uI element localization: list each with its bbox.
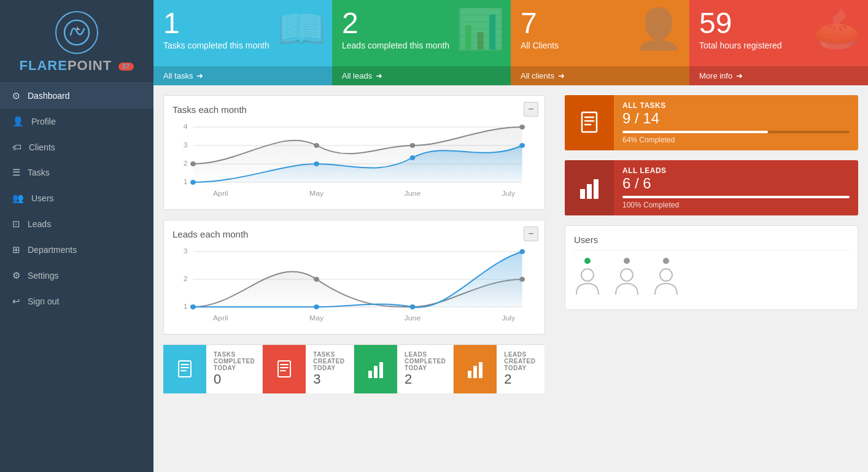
mini-card-label: TASKS CREATED TODAY	[313, 351, 346, 371]
sidebar-item-profile[interactable]: 👤 Profile	[0, 109, 153, 134]
svg-text:3: 3	[184, 247, 188, 255]
mini-card-tasks-created: TASKS CREATED TODAY 3	[263, 345, 354, 393]
leads-chart-collapse[interactable]: −	[524, 226, 538, 241]
svg-text:July: July	[502, 314, 515, 322]
arrow-right-icon: ➜	[376, 71, 382, 80]
svg-text:July: July	[502, 190, 515, 197]
leads-chart-title: Leads each month	[172, 229, 536, 239]
sidebar-item-signout[interactable]: ↩ Sign out	[0, 288, 153, 314]
user-avatar-3	[653, 258, 680, 301]
svg-point-35	[190, 304, 196, 309]
mini-card-value: 0	[214, 371, 255, 387]
logo-icon	[55, 11, 98, 54]
svg-point-15	[409, 143, 415, 148]
stat-footer-clients[interactable]: All clients ➜	[511, 66, 689, 85]
mini-card-tasks-completed: TASKS COMPLETED TODAY 0	[163, 345, 263, 393]
user-figure-icon	[613, 266, 640, 301]
svg-text:2: 2	[184, 275, 188, 282]
svg-point-17	[190, 180, 196, 185]
sidebar-item-label: Tasks	[28, 168, 50, 177]
sidebar-item-label: Clients	[29, 142, 55, 152]
tasks-chart-area: 4 3 2 1 April May June July	[172, 121, 536, 201]
sidebar-item-users[interactable]: 👥 Users	[0, 185, 153, 211]
tasks-chart-card: Tasks each month − 4 3 2 1	[163, 95, 545, 210]
svg-rect-44	[479, 362, 482, 378]
leads-icon: ⊡	[12, 219, 20, 230]
user-status-offline	[624, 258, 630, 264]
stat-card-tasks-month: 1 Tasks completed this month 📖 All tasks…	[153, 0, 332, 85]
svg-rect-46	[587, 184, 592, 199]
svg-rect-47	[594, 179, 599, 199]
mini-card-text: LEADS COMPLETED TODAY 2	[397, 351, 453, 387]
svg-rect-45	[580, 189, 585, 199]
tasks-widget-title: ALL TASKS	[622, 101, 850, 110]
sidebar-item-clients[interactable]: 🏷 Clients	[0, 134, 153, 160]
arrow-right-icon: ➜	[196, 71, 203, 80]
mini-card-text: LEADS CREATED TODAY 2	[497, 351, 544, 387]
sidebar-item-dashboard[interactable]: ⊙ Dashboard	[0, 83, 153, 109]
user-status-online	[584, 258, 591, 264]
leads-widget-title: ALL LEADS	[622, 166, 850, 175]
leads-completed-text: 100% Completed	[622, 201, 850, 209]
mini-card-text: TASKS COMPLETED TODAY 0	[206, 351, 262, 387]
clients-icon: 🏷	[12, 142, 21, 152]
svg-point-20	[519, 143, 525, 148]
stat-card-clients: 7 All Clients 👤 All clients ➜	[511, 0, 689, 85]
svg-point-19	[409, 155, 415, 160]
svg-text:June: June	[405, 190, 421, 197]
leads-progress-bg	[622, 196, 850, 198]
svg-point-37	[409, 304, 415, 309]
sidebar-item-departments[interactable]: ⊞ Departments	[0, 237, 153, 263]
pie-icon: 🥧	[813, 6, 862, 52]
tasks-completed-text: 64% Completed	[622, 136, 850, 144]
sidebar-item-label: Leads	[28, 219, 51, 229]
mini-card-value: 2	[504, 371, 537, 387]
stat-footer-leads[interactable]: All leads ➜	[332, 66, 511, 85]
logo-area: FLAREPOINT 37	[0, 0, 153, 83]
right-panel: ALL TASKS 9 / 14 64% Completed	[555, 85, 868, 472]
users-card: Users	[565, 225, 858, 310]
tasks-chart-collapse[interactable]: −	[524, 102, 538, 117]
stat-footer-tasks[interactable]: All tasks ➜	[153, 66, 332, 85]
chart-icon-orange	[454, 345, 497, 393]
users-card-title: Users	[574, 234, 849, 250]
sidebar-item-tasks[interactable]: ☰ Tasks	[0, 160, 153, 185]
leads-progress-bar	[622, 196, 850, 198]
tasks-icon: ☰	[12, 167, 20, 178]
sidebar-badge: 37	[118, 63, 134, 71]
svg-rect-41	[379, 362, 383, 378]
departments-icon: ⊞	[12, 244, 20, 255]
svg-rect-40	[374, 366, 378, 378]
stat-footer-hours[interactable]: More info ➜	[689, 66, 868, 85]
user-avatar-2	[613, 258, 640, 301]
svg-text:June: June	[405, 314, 421, 322]
all-leads-widget: ALL LEADS 6 / 6 100% Completed	[565, 160, 858, 215]
svg-point-50	[660, 269, 672, 281]
all-tasks-widget: ALL TASKS 9 / 14 64% Completed	[565, 95, 858, 150]
sidebar-item-settings[interactable]: ⚙ Settings	[0, 263, 153, 288]
user-avatar-1	[574, 258, 601, 301]
svg-point-18	[314, 161, 319, 166]
leads-chart-card: Leads each month −	[163, 220, 545, 335]
svg-point-38	[519, 249, 525, 254]
svg-text:May: May	[309, 190, 324, 197]
mini-card-label: LEADS COMPLETED TODAY	[405, 351, 446, 371]
svg-text:April: April	[213, 314, 228, 322]
tasks-chart-title: Tasks each month	[172, 104, 536, 115]
mini-card-leads-completed: LEADS COMPLETED TODAY 2	[354, 345, 454, 393]
mini-card-value: 3	[313, 371, 346, 387]
tasks-progress-bg	[622, 131, 850, 133]
leads-widget-icon	[565, 160, 614, 215]
sidebar-item-label: Departments	[28, 245, 77, 255]
sidebar-item-label: Profile	[31, 117, 56, 126]
logo-text: FLAREPOINT 37	[20, 58, 134, 74]
svg-point-14	[314, 143, 319, 148]
mini-card-leads-created: LEADS CREATED TODAY 2	[454, 345, 545, 393]
chart-icon: 📊	[455, 6, 505, 52]
svg-text:May: May	[309, 314, 324, 322]
sidebar-item-leads[interactable]: ⊡ Leads	[0, 211, 153, 237]
signout-icon: ↩	[12, 296, 20, 307]
svg-rect-39	[368, 371, 372, 378]
chart-icon-green	[354, 345, 397, 393]
mini-card-text: TASKS CREATED TODAY 3	[306, 351, 354, 387]
